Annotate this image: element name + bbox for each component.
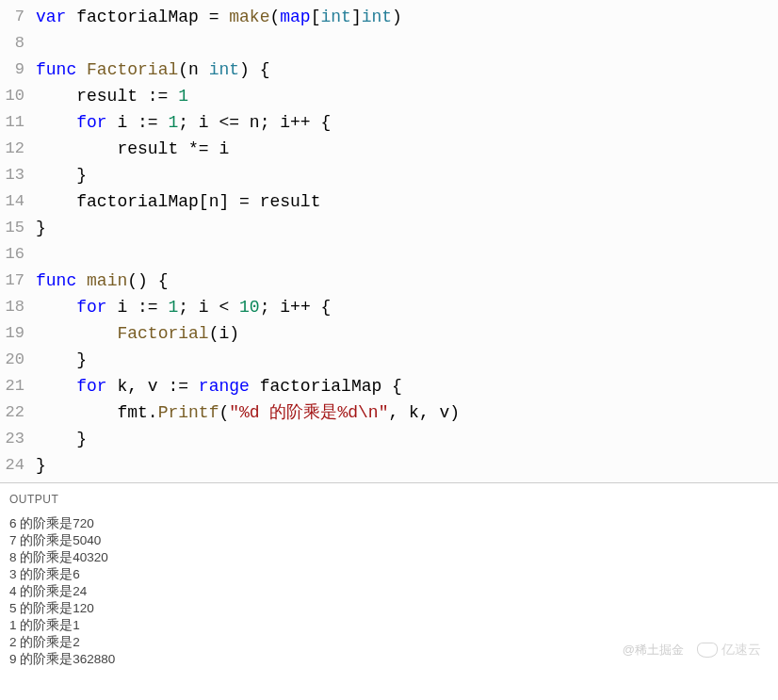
code-content: }: [36, 162, 778, 188]
code-content: result *= i: [36, 136, 778, 162]
code-content: Factorial(i): [36, 320, 778, 347]
output-line: 4 的阶乘是24: [9, 583, 769, 600]
code-line: 23 }: [0, 426, 778, 452]
code-line: 7var factorialMap = make(map[int]int): [0, 4, 778, 30]
code-line: 17func main() {: [0, 268, 778, 294]
code-content: }: [36, 215, 778, 241]
app-container: 7var factorialMap = make(map[int]int)89f…: [0, 0, 778, 676]
code-editor: 7var factorialMap = make(map[int]int)89f…: [0, 0, 778, 482]
output-line: 1 的阶乘是1: [9, 617, 769, 634]
code-line: 10 result := 1: [0, 83, 778, 109]
line-number: 18: [0, 294, 36, 320]
output-line: 7 的阶乘是5040: [9, 532, 769, 549]
line-number: 14: [0, 188, 36, 215]
line-number: 10: [0, 83, 36, 109]
code-line: 12 result *= i: [0, 136, 778, 162]
code-line: 19 Factorial(i): [0, 320, 778, 347]
line-number: 9: [0, 57, 36, 83]
line-number: 21: [0, 373, 36, 399]
code-content: }: [36, 347, 778, 373]
code-content: }: [36, 452, 778, 479]
line-number: 13: [0, 162, 36, 188]
line-number: 8: [0, 30, 36, 57]
code-content: factorialMap[n] = result: [36, 188, 778, 215]
code-content: [36, 241, 778, 268]
code-content: func main() {: [36, 268, 778, 294]
output-line: 2 的阶乘是2: [9, 634, 769, 651]
line-number: 11: [0, 109, 36, 136]
output-line: 9 的阶乘是362880: [9, 651, 769, 668]
line-number: 23: [0, 426, 36, 452]
output-label: OUTPUT: [9, 491, 769, 508]
line-number: 7: [0, 4, 36, 30]
code-line: 15}: [0, 215, 778, 241]
line-number: 22: [0, 399, 36, 426]
output-line: 6 的阶乘是720: [9, 515, 769, 532]
code-line: 9func Factorial(n int) {: [0, 57, 778, 83]
code-line: 18 for i := 1; i < 10; i++ {: [0, 294, 778, 320]
code-line: 22 fmt.Printf("%d 的阶乘是%d\n", k, v): [0, 399, 778, 426]
code-content: for i := 1; i < 10; i++ {: [36, 294, 778, 320]
line-number: 16: [0, 241, 36, 268]
code-line: 24}: [0, 452, 778, 479]
output-line: 3 的阶乘是6: [9, 566, 769, 583]
code-content: func Factorial(n int) {: [36, 57, 778, 83]
code-content: [36, 30, 778, 57]
line-number: 19: [0, 320, 36, 347]
code-content: result := 1: [36, 83, 778, 109]
code-content: var factorialMap = make(map[int]int): [36, 4, 778, 30]
output-panel: OUTPUT 6 的阶乘是7207 的阶乘是50408 的阶乘是403203 的…: [0, 482, 778, 676]
output-line: 5 的阶乘是120: [9, 600, 769, 617]
line-number: 24: [0, 452, 36, 479]
code-line: 16: [0, 241, 778, 268]
line-number: 17: [0, 268, 36, 294]
output-lines: 6 的阶乘是7207 的阶乘是50408 的阶乘是403203 的阶乘是64 的…: [9, 515, 769, 668]
code-content: fmt.Printf("%d 的阶乘是%d\n", k, v): [36, 399, 778, 426]
output-line: 8 的阶乘是40320: [9, 549, 769, 566]
line-number: 12: [0, 136, 36, 162]
code-line: 8: [0, 30, 778, 57]
code-line: 14 factorialMap[n] = result: [0, 188, 778, 215]
code-content: }: [36, 426, 778, 452]
code-line: 11 for i := 1; i <= n; i++ {: [0, 109, 778, 136]
line-number: 20: [0, 347, 36, 373]
code-line: 13 }: [0, 162, 778, 188]
code-content: for k, v := range factorialMap {: [36, 373, 778, 399]
code-content: for i := 1; i <= n; i++ {: [36, 109, 778, 136]
code-line: 20 }: [0, 347, 778, 373]
line-number: 15: [0, 215, 36, 241]
code-line: 21 for k, v := range factorialMap {: [0, 373, 778, 399]
